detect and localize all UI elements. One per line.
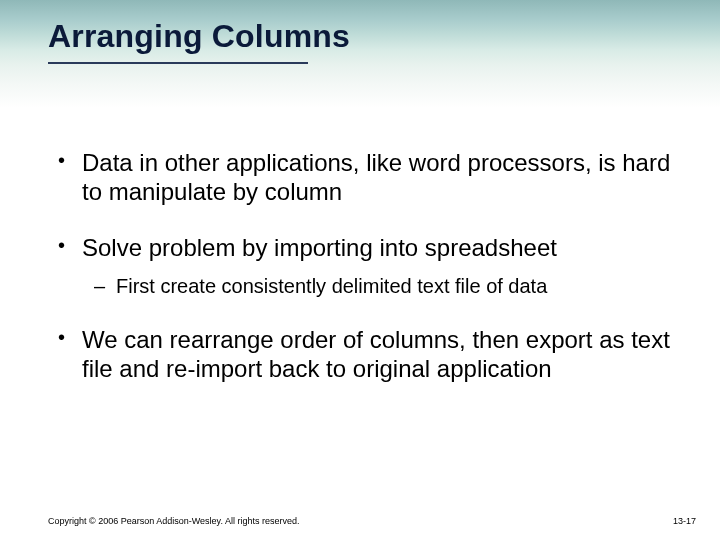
bullet-text: Data in other applications, like word pr… xyxy=(82,149,670,205)
sub-bullet-list: First create consistently delimited text… xyxy=(82,274,672,299)
slide-body: Data in other applications, like word pr… xyxy=(0,108,720,383)
list-item: First create consistently delimited text… xyxy=(82,274,672,299)
list-item: Solve problem by importing into spreadsh… xyxy=(48,233,672,299)
slide-title: Arranging Columns xyxy=(48,18,350,55)
slide-footer: Copyright © 2006 Pearson Addison-Wesley.… xyxy=(48,516,696,526)
sub-bullet-text: First create consistently delimited text… xyxy=(116,275,547,297)
title-underline xyxy=(48,62,308,64)
list-item: We can rearrange order of columns, then … xyxy=(48,325,672,384)
page-number: 13-17 xyxy=(673,516,696,526)
bullet-text: Solve problem by importing into spreadsh… xyxy=(82,234,557,261)
list-item: Data in other applications, like word pr… xyxy=(48,148,672,207)
bullet-list: Data in other applications, like word pr… xyxy=(48,148,672,383)
title-band: Arranging Columns xyxy=(0,0,720,108)
bullet-text: We can rearrange order of columns, then … xyxy=(82,326,670,382)
copyright-text: Copyright © 2006 Pearson Addison-Wesley.… xyxy=(48,516,299,526)
